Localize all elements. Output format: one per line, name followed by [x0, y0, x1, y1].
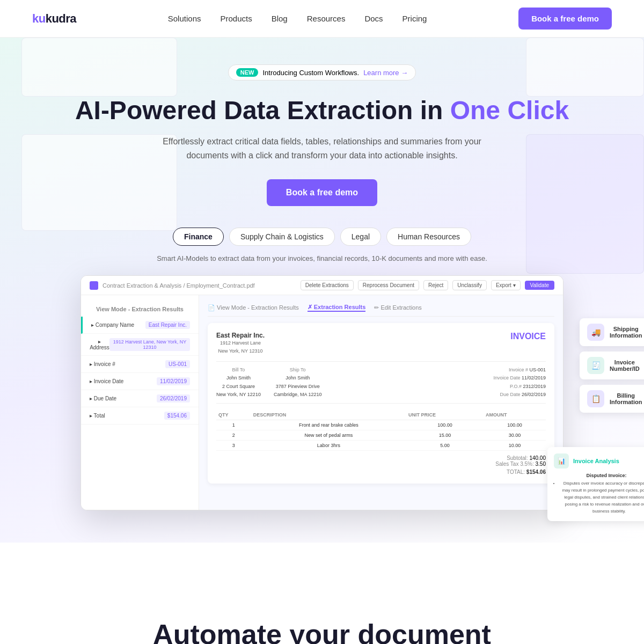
btn-export[interactable]: Export ▾ — [491, 280, 521, 290]
bill-to-name: John Smith — [216, 374, 261, 382]
field-invoice-num-value: US-001 — [165, 360, 190, 368]
float-card-invoice: 🧾 InvoiceNumber/ID — [580, 352, 644, 379]
tab-supply-chain[interactable]: Supply Chain & Logistics — [229, 228, 335, 246]
invoice-label: INVOICE — [510, 332, 546, 355]
invoice-company-name: East Repair Inc. — [216, 332, 265, 339]
float-cards: 🚚 ShippingInformation 🧾 InvoiceNumber/ID… — [580, 318, 644, 413]
badge-new-label: NEW — [236, 68, 259, 77]
tab-hr[interactable]: Human Resources — [386, 228, 471, 246]
navbar: kukudra Solutions Products Blog Resource… — [0, 0, 644, 38]
demo-sidebar: View Mode - Extraction Results ▸ Company… — [81, 295, 199, 510]
demo-logo — [90, 281, 98, 290]
hero-section: NEW Introducing Custom Workflows. Learn … — [0, 38, 644, 543]
field-due-date-label: ▸ Due Date — [90, 396, 116, 401]
field-company-value: East Repair Inc. — [145, 321, 190, 329]
field-invoice-num-label: ▸ Invoice # — [90, 361, 115, 367]
ship-to-name: John Smith — [274, 374, 322, 382]
tab-description: Smart AI-Models to extract data from you… — [32, 254, 612, 262]
hero-subtitle: Effortlessly extract critical data field… — [156, 135, 488, 162]
invoice-totals: Subtotal: 140.00 Sales Tax 3.5%: 3.50 TO… — [216, 455, 546, 475]
hero-badge: NEW Introducing Custom Workflows. Learn … — [228, 64, 416, 80]
inv-po: 2312/2019 — [523, 384, 546, 389]
badge-text: Introducing Custom Workflows. — [262, 69, 359, 77]
btn-reject[interactable]: Reject — [423, 280, 448, 290]
shipping-icon: 🚚 — [587, 324, 604, 341]
float-card-billing-label: BillingInformation — [610, 392, 642, 405]
btn-delete-extractions[interactable]: Delete Extractions — [301, 280, 354, 290]
analysis-subtitle: Disputed Invoice: — [554, 473, 644, 478]
float-card-invoice-label: InvoiceNumber/ID — [610, 359, 640, 372]
btn-validate[interactable]: Validate — [525, 281, 554, 290]
field-address: ▸ Address 1912 Harvest Lane, New York, N… — [81, 334, 199, 356]
invoice-card: East Repair Inc. 1912 Harvest LaneNew Yo… — [208, 323, 554, 484]
inv-no: US-001 — [529, 367, 546, 372]
tab-finance[interactable]: Finance — [173, 228, 224, 246]
badge-link[interactable]: Learn more → — [363, 69, 408, 77]
nav-blog[interactable]: Blog — [272, 14, 288, 23]
field-invoice-date-value: 11/02/2019 — [157, 377, 190, 385]
analysis-bullet-1: Disputes over invoice accuracy or discre… — [559, 480, 644, 515]
deco-box-tl — [21, 38, 177, 97]
hero-title: AI-Powered Data Extraction in One Click — [32, 96, 612, 125]
demo-main: 📄 View Mode - Extraction Results ✗ Extra… — [199, 295, 563, 510]
analysis-icon: 📊 — [554, 453, 569, 469]
deco-box-br — [526, 134, 644, 274]
hero-cta-button[interactable]: Book a free demo — [267, 179, 377, 206]
nav-pricing[interactable]: Pricing — [402, 14, 427, 23]
bottom-title: Automate your document processing while … — [134, 618, 510, 644]
analysis-bullets: Disputes over invoice accuracy or discre… — [554, 480, 644, 515]
field-invoice-num: ▸ Invoice # US-001 — [81, 356, 199, 373]
field-invoice-date: ▸ Invoice Date 11/02/2019 — [81, 373, 199, 390]
subtab-view[interactable]: 📄 View Mode - Extraction Results — [208, 304, 299, 312]
nav-links: Solutions Products Blog Resources Docs P… — [168, 14, 427, 23]
billing-icon: 📋 — [587, 390, 604, 407]
deco-box-bl — [21, 134, 177, 231]
hero-title-accent: One Click — [450, 96, 569, 125]
btn-unclassify[interactable]: Unclassify — [452, 280, 487, 290]
field-due-date: ▸ Due Date 26/02/2019 — [81, 390, 199, 407]
invoice-row-1: 1Front and rear brake cables100.00100.00 — [216, 420, 546, 430]
tabs-container: Finance Supply Chain & Logistics Legal H… — [32, 228, 612, 246]
nav-products[interactable]: Products — [220, 14, 252, 23]
subtab-edit[interactable]: ✏ Edit Extractions — [374, 304, 421, 312]
sidebar-header: View Mode - Extraction Results — [81, 302, 199, 317]
nav-docs[interactable]: Docs — [364, 14, 383, 23]
bill-to-addr: 2 Court SquareNew York, NY 12210 — [216, 383, 261, 399]
bottom-section: Automate your document processing while … — [0, 575, 644, 644]
demo-window: Contract Extraction & Analysis / Employm… — [80, 275, 564, 510]
field-company: ▸ Company Name East Repair Inc. — [81, 317, 199, 334]
float-card-shipping-label: ShippingInformation — [610, 326, 642, 339]
invoice-icon: 🧾 — [587, 357, 604, 374]
float-card-billing: 📋 BillingInformation — [580, 385, 644, 413]
nav-cta-button[interactable]: Book a free demo — [518, 8, 612, 30]
inv-due: 26/02/2019 — [522, 392, 546, 397]
analysis-title: Invoice Analysis — [573, 458, 619, 464]
tab-legal[interactable]: Legal — [340, 228, 381, 246]
btn-reprocess[interactable]: Reprocess Document — [358, 280, 419, 290]
inv-date: 11/02/2019 — [522, 375, 546, 380]
nav-solutions[interactable]: Solutions — [168, 14, 201, 23]
invoice-row-3: 3Labor 3hrs5.0010.00 — [216, 441, 546, 451]
demo-container: Contract Extraction & Analysis / Employm… — [80, 275, 564, 510]
float-card-shipping: 🚚 ShippingInformation — [580, 318, 644, 346]
field-total-label: ▸ Total — [90, 413, 105, 419]
invoice-address: 1912 Harvest LaneNew York, NY 12310 — [216, 339, 265, 355]
logo: kukudra — [32, 12, 76, 26]
demo-topbar: Contract Extraction & Analysis / Employm… — [81, 276, 563, 295]
analysis-card: 📊 Invoice Analysis Disputed Invoice: Dis… — [547, 447, 644, 521]
subtab-extraction[interactable]: ✗ Extraction Results — [308, 304, 366, 312]
ship-to-addr: 3787 Pineview DriveCambridge, MA 12210 — [274, 383, 322, 399]
field-invoice-date-label: ▸ Invoice Date — [90, 378, 123, 384]
field-company-label: ▸ Company Name — [91, 322, 134, 328]
field-total-value: $154.06 — [164, 412, 190, 420]
demo-body: View Mode - Extraction Results ▸ Company… — [81, 295, 563, 510]
nav-resources[interactable]: Resources — [307, 14, 346, 23]
field-address-label: ▸ Address — [90, 339, 109, 350]
invoice-row-2: 2New set of pedal arms15.0030.00 — [216, 430, 546, 441]
field-total: ▸ Total $154.06 — [81, 407, 199, 425]
demo-subtabs: 📄 View Mode - Extraction Results ✗ Extra… — [208, 304, 554, 317]
demo-breadcrumb: Contract Extraction & Analysis / Employm… — [103, 282, 255, 289]
invoice-table: QTY DESCRIPTION UNIT PRICE AMOUNT 1Front… — [216, 410, 546, 451]
field-due-date-value: 26/02/2019 — [157, 394, 190, 402]
deco-box-tr — [526, 38, 644, 97]
